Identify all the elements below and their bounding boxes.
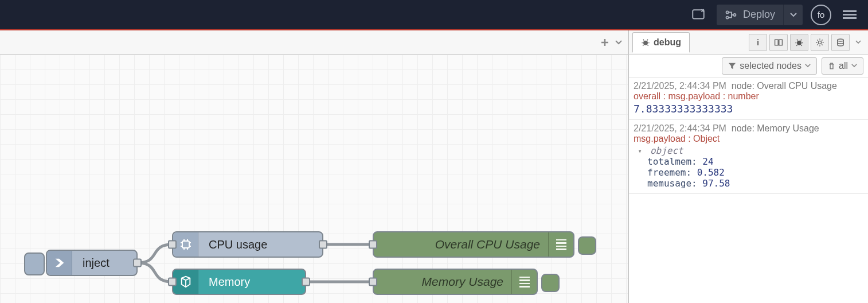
node-port[interactable] <box>369 240 377 249</box>
flow-list-caret[interactable] <box>615 40 622 45</box>
sidebar-tab-debug[interactable]: debug <box>632 32 690 53</box>
prop-memusage: 97.58 <box>702 178 730 189</box>
deploy-label: Deploy <box>743 9 775 21</box>
sidebar-tabs: debug i <box>629 30 868 55</box>
debug-clear-dropdown[interactable]: all <box>822 57 863 75</box>
object-type-label: object <box>650 145 683 156</box>
node-port[interactable] <box>319 240 327 249</box>
sidebar-tab-debug-label: debug <box>654 37 681 48</box>
node-inject[interactable]: inject <box>46 250 138 276</box>
sidebar-info-icon[interactable]: i <box>749 34 767 51</box>
user-avatar[interactable]: fo <box>811 5 831 25</box>
debug-message-list: 2/21/2025, 2:44:34 PM node: Overall CPU … <box>629 77 868 303</box>
svg-point-8 <box>818 41 821 44</box>
svg-point-9 <box>838 39 844 41</box>
svg-point-3 <box>726 16 729 18</box>
debug-output-icon <box>511 270 537 294</box>
user-initials: fo <box>818 10 825 20</box>
action-list-icon[interactable] <box>688 5 709 25</box>
deploy-button[interactable]: Deploy <box>717 5 803 25</box>
svg-point-7 <box>797 40 801 45</box>
debug-node-label: node: Overall CPU Usage <box>732 81 837 91</box>
prop-freemem: 0.582 <box>697 167 725 178</box>
debug-message[interactable]: 2/21/2025, 2:44:34 PM node: Memory Usage… <box>629 120 868 194</box>
sidebar-debug-icon[interactable] <box>790 34 808 51</box>
debug-node-label: node: Memory Usage <box>732 123 819 133</box>
node-port[interactable] <box>168 240 177 249</box>
hamburger-icon <box>843 9 857 21</box>
node-port[interactable] <box>302 278 310 286</box>
flow-workspace: inject CPU usage <box>0 30 628 303</box>
debug-clear-label: all <box>839 61 848 71</box>
node-port[interactable] <box>133 259 142 267</box>
node-debug-cpu-label: Overall CPU Usage <box>374 238 548 251</box>
debug-message[interactable]: 2/21/2025, 2:44:34 PM node: Overall CPU … <box>629 77 868 120</box>
debug-object-tree: object totalmem: 24 freemem: 0.582 memus… <box>634 145 863 189</box>
node-debug-memory-label: Memory Usage <box>374 275 511 289</box>
prop-totalmem: 24 <box>702 156 713 167</box>
svg-point-4 <box>733 13 736 15</box>
svg-point-2 <box>726 11 729 13</box>
svg-point-1 <box>702 10 703 11</box>
debug-timestamp: 2/21/2025, 2:44:34 PM <box>634 81 726 91</box>
node-debug-cpu[interactable]: Overall CPU Usage <box>373 231 574 258</box>
debug-toolbar: selected nodes all <box>629 55 868 77</box>
node-memory-label: Memory <box>198 275 260 289</box>
sidebar-help-icon[interactable] <box>769 34 788 51</box>
node-debug-memory[interactable]: Memory Usage <box>373 269 538 295</box>
node-memory[interactable]: Memory <box>172 269 306 295</box>
main-menu-button[interactable] <box>839 5 860 25</box>
inject-icon <box>47 251 72 275</box>
debug-enable-toggle[interactable] <box>578 236 596 255</box>
debug-topic: overall : msg.payload : number <box>634 91 863 102</box>
debug-filter-dropdown[interactable]: selected nodes <box>722 57 817 75</box>
deploy-menu-caret[interactable] <box>783 5 803 25</box>
sidebar: debug i selected nodes <box>628 30 868 303</box>
object-expand-toggle[interactable]: object <box>634 145 863 156</box>
svg-point-6 <box>643 40 648 45</box>
flow-tab-strip <box>0 30 628 55</box>
node-cpu-usage[interactable]: CPU usage <box>172 231 323 258</box>
cpu-icon <box>173 232 198 257</box>
node-inject-label: inject <box>72 257 120 270</box>
debug-enable-toggle[interactable] <box>541 274 560 292</box>
add-flow-button[interactable] <box>600 38 609 47</box>
node-port[interactable] <box>168 278 177 286</box>
flow-canvas[interactable]: inject CPU usage <box>0 55 628 303</box>
inject-trigger-button[interactable] <box>24 252 45 275</box>
node-port[interactable] <box>369 278 377 286</box>
sidebar-more-caret[interactable] <box>852 34 865 51</box>
debug-filter-label: selected nodes <box>740 61 801 71</box>
node-cpu-label: CPU usage <box>198 238 277 251</box>
svg-rect-5 <box>182 241 189 248</box>
debug-output-icon <box>548 232 573 257</box>
debug-topic: msg.payload : Object <box>634 134 863 144</box>
sidebar-context-icon[interactable] <box>831 34 850 51</box>
debug-value: 7.83333333333333 <box>634 103 863 115</box>
sidebar-config-icon[interactable] <box>811 34 829 51</box>
debug-timestamp: 2/21/2025, 2:44:34 PM <box>634 123 726 133</box>
memory-icon <box>173 270 198 294</box>
app-header: Deploy fo <box>0 0 868 30</box>
